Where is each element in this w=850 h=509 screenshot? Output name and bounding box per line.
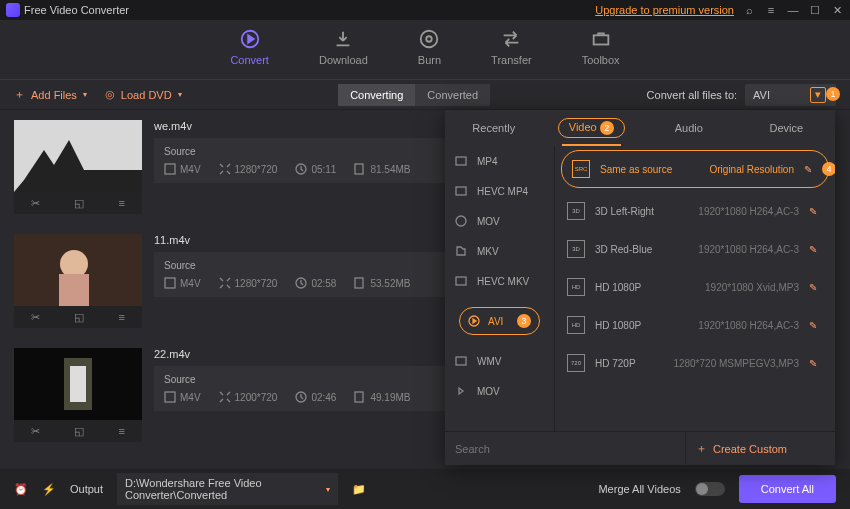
crop-icon[interactable]: ◱	[74, 425, 84, 438]
res-3d-red-blue[interactable]: 3D 3D Red-Blue1920*1080 H264,AC-3 ✎	[555, 230, 835, 268]
cut-icon[interactable]: ✂	[31, 311, 40, 324]
format-mp4[interactable]: MP4	[445, 146, 554, 176]
svg-point-1	[421, 31, 438, 48]
svg-point-9	[60, 250, 88, 278]
edit-icon[interactable]: ✎	[809, 320, 823, 331]
file-icon: SRC	[572, 160, 590, 178]
res-hd-1080p-2[interactable]: HD HD 1080P1920*1080 H264,AC-3 ✎	[555, 306, 835, 344]
poptab-device[interactable]: Device	[738, 110, 836, 146]
upgrade-link[interactable]: Upgrade to premium version	[595, 4, 734, 16]
video-thumbnail[interactable]	[14, 120, 142, 192]
res-hd-720p[interactable]: 720 HD 720P1280*720 MSMPEGV3,MP3 ✎	[555, 344, 835, 382]
svg-rect-16	[70, 366, 86, 402]
merge-label: Merge All Videos	[598, 483, 680, 495]
effects-icon[interactable]: ≡	[118, 311, 124, 323]
minimize-icon[interactable]: —	[786, 3, 800, 17]
svg-point-2	[427, 36, 433, 42]
file-icon: 3D	[567, 240, 585, 258]
search-icon[interactable]: ⌕	[742, 3, 756, 17]
cut-icon[interactable]: ✂	[31, 197, 40, 210]
app-title: Free Video Converter	[24, 4, 129, 16]
format-hevc-mkv[interactable]: HEVC MKV	[445, 266, 554, 296]
tab-convert[interactable]: Convert	[230, 28, 269, 79]
video-thumbnail[interactable]	[14, 348, 142, 420]
crop-icon[interactable]: ◱	[74, 311, 84, 324]
folder-icon[interactable]: 📁	[352, 483, 366, 496]
create-custom-button[interactable]: ＋ Create Custom	[685, 432, 835, 465]
file-icon: 720	[567, 354, 585, 372]
format-more[interactable]: MOV	[445, 376, 554, 406]
tab-burn[interactable]: Burn	[418, 28, 441, 79]
video-thumbnail[interactable]	[14, 234, 142, 306]
format-mkv[interactable]: MKV	[445, 236, 554, 266]
tab-transfer[interactable]: Transfer	[491, 28, 532, 79]
close-icon[interactable]: ✕	[830, 3, 844, 17]
effects-icon[interactable]: ≡	[118, 425, 124, 437]
svg-rect-3	[593, 35, 608, 44]
file-icon: HD	[567, 278, 585, 296]
edit-icon[interactable]: ✎	[809, 206, 823, 217]
edit-icon[interactable]: ✎	[809, 244, 823, 255]
format-mov[interactable]: MOV	[445, 206, 554, 236]
maximize-icon[interactable]: ☐	[808, 3, 822, 17]
chevron-down-icon[interactable]: ▾1	[810, 87, 826, 103]
resolution-column: SRC Same as sourceOriginal Resolution ✎ …	[555, 146, 835, 431]
merge-toggle[interactable]	[695, 482, 725, 496]
res-3d-left-right[interactable]: 3D 3D Left-Right1920*1080 H264,AC-3 ✎	[555, 192, 835, 230]
format-hevc-mp4[interactable]: HEVC MP4	[445, 176, 554, 206]
format-dropdown[interactable]: AVI ▾1	[745, 84, 836, 106]
output-path[interactable]: D:\Wondershare Free Video Converter\Conv…	[117, 473, 338, 505]
res-same-as-source[interactable]: SRC Same as sourceOriginal Resolution ✎ …	[561, 150, 829, 188]
main-tabs: Convert Download Burn Transfer Toolbox	[0, 20, 850, 80]
svg-point-22	[456, 216, 466, 226]
output-label: Output	[70, 483, 103, 495]
titlebar: Free Video Converter Upgrade to premium …	[0, 0, 850, 20]
edit-icon[interactable]: ✎	[809, 282, 823, 293]
marker-4: 4	[822, 162, 835, 176]
svg-rect-17	[165, 392, 175, 402]
svg-rect-23	[456, 277, 466, 285]
converting-tab[interactable]: Converting	[338, 84, 415, 106]
marker-2: 2	[600, 121, 614, 135]
format-avi[interactable]: AVI3	[445, 296, 554, 346]
svg-rect-10	[59, 274, 89, 306]
converted-tab[interactable]: Converted	[415, 84, 490, 106]
svg-rect-25	[456, 357, 466, 365]
format-wmv[interactable]: WMV	[445, 346, 554, 376]
cut-icon[interactable]: ✂	[31, 425, 40, 438]
svg-rect-5	[165, 164, 175, 174]
bottom-bar: ⏰ ⚡ Output D:\Wondershare Free Video Con…	[0, 469, 850, 509]
menu-icon[interactable]: ≡	[764, 3, 778, 17]
clock-icon[interactable]: ⏰	[14, 483, 28, 496]
svg-rect-11	[165, 278, 175, 288]
toolbar: ＋ Add Files ▾ ◎ Load DVD ▾ Converting Co…	[0, 80, 850, 110]
crop-icon[interactable]: ◱	[74, 197, 84, 210]
poptab-recently[interactable]: Recently	[445, 110, 543, 146]
marker-3: 3	[517, 314, 531, 328]
marker-1: 1	[826, 87, 840, 101]
load-dvd-button[interactable]: ◎ Load DVD ▾	[105, 88, 182, 101]
bolt-icon[interactable]: ⚡	[42, 483, 56, 496]
effects-icon[interactable]: ≡	[118, 197, 124, 209]
svg-rect-20	[456, 157, 466, 165]
tab-download[interactable]: Download	[319, 28, 368, 79]
poptab-video[interactable]: Video 2	[543, 110, 641, 146]
edit-icon[interactable]: ✎	[809, 358, 823, 369]
chevron-down-icon[interactable]: ▾	[326, 485, 330, 494]
svg-rect-7	[355, 164, 363, 174]
format-column: MP4 HEVC MP4 MOV MKV HEVC MKV AVI3 WMV M…	[445, 146, 555, 431]
file-icon: HD	[567, 316, 585, 334]
format-popover: Recently Video 2 Audio Device MP4 HEVC M…	[445, 110, 835, 465]
edit-icon[interactable]: ✎	[804, 164, 818, 175]
convert-all-to-label: Convert all files to:	[647, 89, 737, 101]
convert-all-button[interactable]: Convert All	[739, 475, 836, 503]
file-icon: 3D	[567, 202, 585, 220]
res-hd-1080p[interactable]: HD HD 1080P1920*1080 Xvid,MP3 ✎	[555, 268, 835, 306]
svg-rect-13	[355, 278, 363, 288]
add-files-button[interactable]: ＋ Add Files ▾	[14, 87, 87, 102]
search-input[interactable]	[445, 432, 685, 465]
tab-toolbox[interactable]: Toolbox	[582, 28, 620, 79]
poptab-audio[interactable]: Audio	[640, 110, 738, 146]
svg-rect-19	[355, 392, 363, 402]
svg-rect-21	[456, 187, 466, 195]
